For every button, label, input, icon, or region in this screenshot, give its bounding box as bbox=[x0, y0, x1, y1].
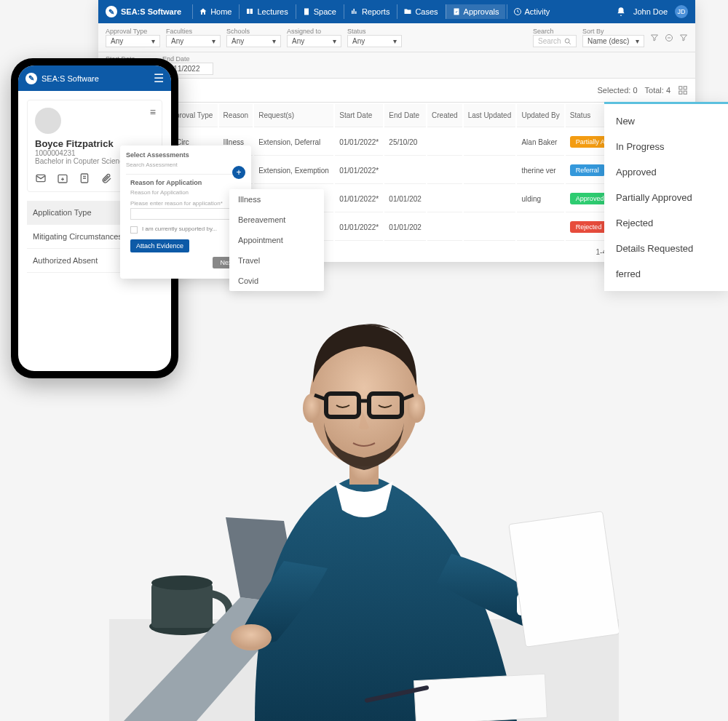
card-menu-icon[interactable]: ≡ bbox=[150, 106, 156, 118]
svg-rect-6 bbox=[684, 87, 687, 89]
nav-lectures[interactable]: Lectures bbox=[239, 4, 293, 19]
status-option[interactable]: New bbox=[604, 108, 728, 134]
filter-icon[interactable] bbox=[650, 33, 659, 42]
filter-sort: Sort ByName (desc)▾ bbox=[582, 28, 644, 47]
selected-count: Selected: 0 bbox=[597, 86, 637, 95]
building-icon bbox=[302, 7, 311, 16]
status-option[interactable]: Rejected bbox=[604, 210, 728, 236]
topbar-right: John Doe JD bbox=[616, 5, 688, 18]
filter-faculties: FacultiesAny▾ bbox=[166, 28, 221, 47]
book-icon bbox=[245, 7, 254, 16]
svg-rect-8 bbox=[684, 91, 687, 94]
grid-icon[interactable] bbox=[678, 85, 688, 95]
status-option[interactable]: Partially Approved bbox=[604, 185, 728, 210]
calendar-add-icon[interactable] bbox=[57, 172, 68, 184]
profile-avatar bbox=[35, 108, 61, 134]
svg-rect-7 bbox=[679, 91, 682, 94]
folder-icon bbox=[403, 7, 412, 16]
mail-icon[interactable] bbox=[35, 172, 47, 184]
phone-topbar: ✎ SEA:S Software ☰ bbox=[18, 65, 171, 91]
nav-cases[interactable]: Cases bbox=[397, 4, 443, 19]
phone-menu-icon[interactable]: ☰ bbox=[154, 71, 164, 85]
filter-icon-2[interactable] bbox=[679, 33, 688, 42]
date-bar: Start Date9/11/2022 End Date9/11/2022 bbox=[98, 52, 695, 79]
attachment-icon[interactable] bbox=[100, 172, 112, 184]
svg-point-16 bbox=[231, 624, 272, 650]
svg-rect-29 bbox=[414, 674, 547, 721]
topbar: ✎ SEA:S Software Home Lectures Space Rep… bbox=[98, 0, 695, 23]
home-icon bbox=[199, 7, 207, 16]
svg-point-1 bbox=[565, 39, 569, 43]
person-photo bbox=[109, 212, 619, 721]
brand-name: SEA:S Software bbox=[121, 7, 181, 16]
panel-header: Select Assessments bbox=[126, 151, 245, 159]
search-input[interactable]: Search bbox=[533, 35, 577, 47]
note-icon[interactable] bbox=[79, 172, 90, 184]
total-count: Total: 4 bbox=[645, 86, 670, 95]
nav-reports[interactable]: Reports bbox=[344, 4, 396, 19]
nav-approvals[interactable]: Approvals bbox=[446, 4, 505, 19]
user-avatar[interactable]: JD bbox=[675, 5, 688, 18]
status-list-card: NewIn ProgressApprovedPartially Approved… bbox=[604, 102, 728, 291]
filter-assigned: Assigned toAny▾ bbox=[287, 28, 341, 47]
svg-point-15 bbox=[151, 575, 213, 590]
svg-rect-19 bbox=[509, 511, 619, 647]
filter-search: SearchSearch bbox=[533, 28, 577, 47]
status-option[interactable]: Details Requested bbox=[604, 236, 728, 261]
check-icon bbox=[452, 7, 461, 16]
status-option[interactable]: Approved bbox=[604, 159, 728, 185]
phone-logo-icon: ✎ bbox=[25, 73, 37, 84]
status-badge: Referral bbox=[570, 164, 605, 176]
reset-filter-icon[interactable] bbox=[665, 33, 673, 42]
filter-bar: Approval TypeAny▾ FacultiesAny▾ SchoolsA… bbox=[98, 23, 695, 52]
action-toolbar: Selected: 0 Total: 4 bbox=[98, 79, 695, 103]
status-option[interactable]: In Progress bbox=[604, 134, 728, 159]
app-logo: ✎ SEA:S Software bbox=[106, 6, 181, 17]
nav-activity[interactable]: Activity bbox=[507, 4, 556, 19]
chart-icon bbox=[350, 7, 359, 16]
bell-icon[interactable] bbox=[616, 7, 626, 17]
main-nav: Home Lectures Space Reports Cases Approv… bbox=[192, 4, 616, 19]
status-option[interactable]: ferred bbox=[604, 261, 728, 287]
svg-rect-5 bbox=[679, 87, 682, 89]
clock-icon bbox=[513, 7, 522, 16]
add-assessment-button[interactable]: + bbox=[232, 166, 245, 179]
filter-approval-type: Approval TypeAny▾ bbox=[106, 28, 160, 47]
search-icon bbox=[564, 38, 571, 45]
reason-option[interactable]: Illness bbox=[229, 189, 324, 210]
logo-icon: ✎ bbox=[106, 6, 117, 17]
nav-home[interactable]: Home bbox=[192, 4, 237, 19]
user-name[interactable]: John Doe bbox=[633, 7, 668, 16]
filter-schools: SchoolsAny▾ bbox=[226, 28, 281, 47]
nav-space[interactable]: Space bbox=[296, 4, 342, 19]
filter-status: StatusAny▾ bbox=[347, 28, 402, 47]
